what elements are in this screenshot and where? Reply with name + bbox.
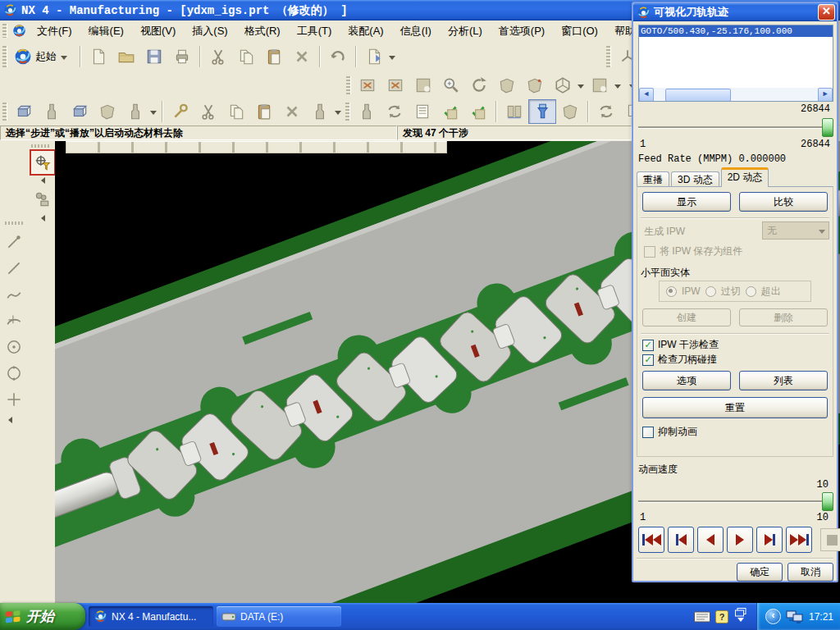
undo-button[interactable] [324, 44, 352, 69]
save-button[interactable] [140, 44, 168, 69]
taskbar-task-data-drive[interactable]: DATA (E:) [217, 606, 341, 627]
step-forward-button[interactable] [756, 527, 783, 553]
batch-generate-button[interactable] [409, 99, 436, 124]
menu-item-edit[interactable]: 编辑(E) [80, 21, 132, 41]
language-keyboard-icon[interactable] [694, 611, 710, 623]
radio-excess[interactable] [746, 286, 756, 297]
view-toolbar-grip[interactable] [346, 76, 351, 94]
generate-toolpath-button[interactable] [353, 99, 381, 124]
menu-item-tools[interactable]: 工具(T) [289, 21, 340, 41]
simulation-expand-arrow-icon[interactable] [38, 215, 45, 221]
circle-center-button[interactable] [2, 335, 26, 359]
generate-ipw-dropdown[interactable]: 无 [762, 221, 829, 240]
create-tool-button[interactable] [38, 99, 66, 124]
help-tray-icon[interactable]: ? [715, 610, 728, 623]
options-button[interactable]: 选项 [642, 371, 731, 390]
suppress-animation-checkbox[interactable] [642, 427, 654, 438]
edit-object-button[interactable] [167, 99, 194, 124]
list-button[interactable]: 列表 [739, 371, 828, 390]
save-ipw-checkbox[interactable] [644, 246, 655, 258]
curve-expand-arrow-icon[interactable] [5, 417, 12, 423]
toolbar-grip[interactable] [2, 46, 7, 68]
clip-section-button[interactable] [586, 73, 614, 98]
scroll-right-icon[interactable]: ► [818, 88, 833, 102]
start-app-button[interactable]: 起始 [10, 45, 76, 68]
pan-view-button[interactable] [493, 73, 521, 98]
radio-ipw[interactable] [666, 286, 677, 297]
create-geometry-button[interactable] [66, 99, 94, 124]
menu-item-window[interactable]: 窗口(O) [553, 21, 606, 41]
print-button[interactable] [168, 44, 196, 69]
menu-item-information[interactable]: 信息(I) [392, 21, 440, 41]
cut-object-button[interactable] [194, 99, 222, 124]
tab-3d-dynamic[interactable]: 3D 动态 [671, 171, 719, 187]
line-button[interactable] [2, 256, 26, 281]
point-button[interactable] [2, 387, 26, 412]
clip-section-caret-icon[interactable] [614, 84, 621, 92]
holder-collision-row[interactable]: ✓ 检查刀柄碰撞 [642, 353, 717, 367]
ipw-interference-checkbox[interactable]: ✓ [642, 340, 654, 351]
export-caret-icon[interactable] [389, 56, 395, 63]
verify-check-button[interactable] [436, 99, 464, 124]
compare-button[interactable]: 比较 [739, 192, 828, 212]
toolpath-listbox[interactable]: GOTO/500.430,-25.176,100.000 ◄ ► [638, 25, 833, 102]
fit-view-button[interactable] [354, 73, 381, 98]
network-tray-icon[interactable] [786, 610, 804, 623]
mfg-grip-1[interactable] [2, 103, 7, 121]
paste-object-button[interactable] [250, 99, 278, 124]
step-back-button[interactable] [668, 527, 694, 553]
delete-ipw-button[interactable]: 删除 [739, 308, 828, 326]
speed-slider-thumb[interactable] [822, 492, 833, 511]
progress-slider-thumb[interactable] [822, 118, 833, 137]
transform-object-button[interactable] [306, 99, 334, 124]
new-file-button[interactable] [84, 44, 112, 69]
go-to-end-button[interactable] [786, 527, 812, 553]
holder-collision-checkbox[interactable]: ✓ [642, 354, 654, 366]
shaded-view-button[interactable] [521, 73, 549, 98]
taskbar-task-nx[interactable]: NX 4 - Manufactu... [89, 606, 213, 627]
suppress-animation-row[interactable]: 抑制动画 [642, 425, 697, 439]
csys-toolbar-grip[interactable] [606, 46, 611, 68]
stop-button[interactable] [820, 528, 840, 551]
arc-button[interactable] [2, 308, 26, 333]
replay-toolpath-button[interactable] [381, 99, 409, 124]
rotate-view-button[interactable] [465, 73, 493, 98]
menu-item-file[interactable]: 文件(F) [29, 21, 80, 41]
collapsed-toolbar-strip[interactable] [66, 141, 447, 153]
create-method-button[interactable] [94, 99, 121, 124]
dialog-close-button[interactable]: ✕ [818, 4, 835, 21]
create-program-button[interactable] [10, 99, 38, 124]
sidebar-grip-2[interactable] [5, 221, 25, 225]
part-navigator-button[interactable] [556, 99, 584, 124]
create-button[interactable]: 创建 [642, 308, 731, 326]
ipw-interference-row[interactable]: ✓ IPW 干涉检查 [642, 338, 719, 352]
open-file-button[interactable] [112, 44, 140, 69]
play-reverse-button[interactable] [697, 527, 724, 553]
show-button[interactable]: 显示 [642, 192, 731, 212]
menu-item-insert[interactable]: 插入(S) [184, 21, 235, 41]
export-button[interactable] [360, 44, 388, 69]
spline-button[interactable] [2, 282, 26, 307]
filter-expand-arrow-icon[interactable] [38, 177, 45, 184]
menu-item-assemblies[interactable]: 装配(A) [340, 21, 391, 41]
menu-item-preferences[interactable]: 首选项(P) [491, 21, 553, 41]
dialog-titlebar[interactable]: 可视化刀轨轨迹 ✕ [633, 3, 837, 21]
mfg-grip-2[interactable] [345, 103, 350, 121]
post-check-button[interactable] [464, 99, 492, 124]
menubar-grip[interactable] [2, 24, 7, 39]
animation-speed-slider[interactable] [638, 492, 832, 510]
tab-replay[interactable]: 重播 [637, 171, 669, 187]
start-menu-button[interactable]: 开始 [0, 603, 85, 630]
display-mode-caret-icon[interactable] [578, 84, 584, 92]
sidebar-grip-1[interactable] [31, 144, 51, 148]
list-output-button[interactable] [500, 99, 528, 124]
scroll-thumb[interactable] [665, 89, 731, 102]
menu-item-view[interactable]: 视图(V) [132, 21, 184, 41]
toolpath-progress-slider[interactable] [638, 118, 832, 136]
cancel-button[interactable]: 取消 [788, 563, 833, 582]
zoom-window-button[interactable] [409, 73, 437, 98]
copy-button[interactable] [232, 44, 260, 69]
selection-filter-button[interactable] [30, 149, 56, 176]
edit-caret-icon[interactable] [335, 111, 341, 118]
delete-object-button[interactable] [278, 99, 306, 124]
